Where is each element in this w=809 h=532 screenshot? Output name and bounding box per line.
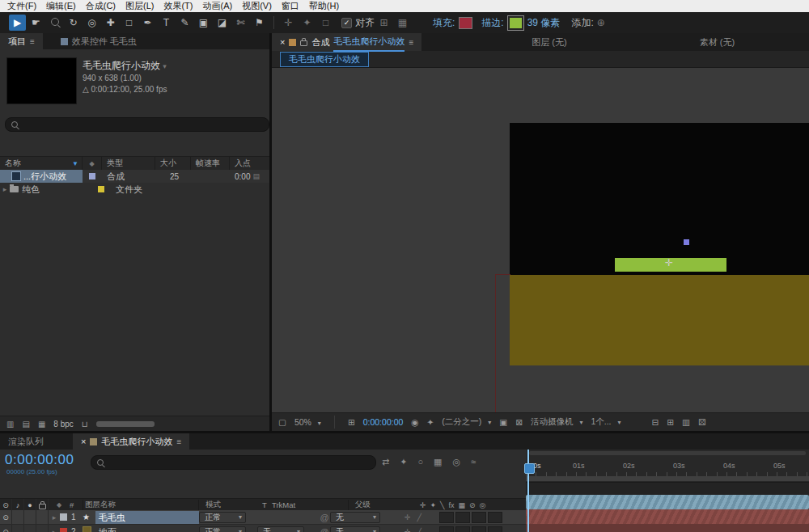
tab-footage[interactable]: 素材 (无) [692, 33, 743, 51]
switch-cell[interactable] [455, 526, 470, 532]
parent-dropdown[interactable]: 无 ▾ [330, 512, 380, 523]
time-navigator-bar[interactable] [529, 451, 806, 455]
switch-cell[interactable] [488, 512, 502, 523]
resolution-dropdown[interactable]: (二分之一) ▾ [442, 416, 491, 428]
tab-timeline-comp[interactable]: × 毛毛虫爬行小动效 ≡ [73, 433, 189, 450]
lock-toggle[interactable] [36, 525, 49, 532]
blend-mode-dropdown[interactable]: 正常 ▾ [199, 526, 246, 532]
layer-switches[interactable] [439, 512, 504, 523]
zoom-tool-icon[interactable] [46, 15, 63, 31]
panel-menu-icon[interactable]: ≡ [30, 37, 35, 46]
mode-column[interactable]: 模式 [198, 500, 257, 510]
camera-dropdown[interactable]: 活动摄像机 ▾ [531, 416, 582, 428]
label-color-cell[interactable] [83, 173, 102, 179]
graph-editor-icon[interactable]: ≈ [471, 457, 476, 467]
shape-options-icon[interactable]: ▦ [394, 15, 411, 31]
add-button-icon[interactable]: ⊕ [597, 17, 605, 28]
parent-pickwhip-icon[interactable]: @ [319, 513, 330, 522]
axis-mode-view-icon[interactable]: □ [317, 15, 334, 31]
project-search-input[interactable] [5, 117, 269, 132]
blend-mode-dropdown[interactable]: 正常 ▾ [199, 512, 246, 523]
move-gizmo-icon[interactable]: ✛ [665, 257, 673, 268]
menu-effect[interactable]: 效果(T) [159, 0, 197, 12]
menu-help[interactable]: 帮助(H) [304, 0, 344, 12]
work-area-bar[interactable] [526, 476, 809, 481]
shy-layers-icon[interactable]: ○ [417, 457, 423, 467]
anchor-point-handle[interactable] [684, 239, 689, 245]
roto-brush-tool-icon[interactable]: ✄ [232, 15, 249, 31]
expander-icon[interactable]: ▸ [49, 528, 60, 532]
parent-dropdown[interactable]: 无 ▾ [330, 526, 380, 532]
new-folder-icon[interactable]: ▤ [22, 420, 29, 429]
quality-switch-icon[interactable]: ✛ [404, 528, 411, 532]
lock-toggle[interactable] [36, 510, 49, 524]
column-in[interactable]: 入点 [230, 157, 269, 170]
project-row-name-cell[interactable]: ...行小动效 [0, 170, 83, 183]
pen-tool-icon[interactable]: ✒ [139, 15, 156, 31]
stroke-width-value[interactable]: 39 像素 [527, 16, 561, 30]
project-comp-name[interactable]: 毛毛虫爬行小动效 ▾ [83, 59, 167, 73]
tab-composition-name[interactable]: 毛毛虫爬行小动效 [333, 33, 404, 52]
trash-icon[interactable]: ⊔ [82, 420, 88, 429]
comp-timecode[interactable]: 0:00:00:00 [363, 417, 404, 427]
stroke-swatch[interactable] [508, 16, 523, 30]
column-name[interactable]: 名称 ▼ [0, 157, 83, 170]
motion-blur-icon[interactable]: ◎ [453, 457, 461, 467]
monitor-icon[interactable]: ▢ [278, 417, 286, 427]
tab-effect-controls[interactable]: 效果控件 毛毛虫 [53, 33, 145, 49]
parent-column[interactable]: 父级 [348, 500, 404, 510]
column-label-tag[interactable]: ◆ [83, 157, 102, 170]
menu-composition[interactable]: 合成(C) [81, 0, 121, 12]
fill-swatch[interactable] [459, 17, 472, 29]
column-rate[interactable]: 帧速率 [191, 157, 230, 170]
menu-view[interactable]: 视图(V) [237, 0, 277, 12]
switch-cell[interactable] [455, 512, 470, 523]
expander-icon[interactable]: ▸ [49, 513, 60, 521]
quality-slash-icon[interactable]: ╱ [417, 513, 421, 521]
audio-toggle[interactable] [12, 510, 24, 524]
current-time-indicator-line[interactable] [527, 450, 529, 532]
snapshot-icon[interactable]: ◉ [411, 417, 418, 427]
fast-previews-icon[interactable]: ⊞ [667, 417, 674, 427]
eye-icon[interactable]: ⊙ [0, 510, 12, 524]
lock-icon[interactable] [300, 40, 307, 46]
label-color-cell[interactable] [60, 513, 71, 522]
expander-icon[interactable]: ▸ [0, 185, 10, 193]
clone-stamp-tool-icon[interactable]: ▣ [195, 15, 212, 31]
layer-row-1[interactable]: ⊙ ▸ 1 ★ 毛毛虫 正常 ▾ @ 无 ▾ ✛ [0, 510, 526, 525]
trkmat-dropdown[interactable]: 无 ▾ [257, 526, 304, 532]
pan-behind-tool-icon[interactable]: ✚ [102, 15, 119, 31]
time-ruler[interactable]: 0s 01s 02s 03s 04s 05s [526, 450, 809, 483]
transparency-grid-icon[interactable]: ⊠ [515, 417, 523, 427]
menu-window[interactable]: 窗口 [277, 0, 304, 12]
panel-menu-icon[interactable]: ≡ [176, 437, 181, 446]
close-icon[interactable]: × [81, 437, 86, 446]
new-composition-icon[interactable]: ▦ [38, 420, 45, 429]
type-tool-icon[interactable]: T [158, 15, 175, 31]
tab-composition[interactable]: × 合成 毛毛虫爬行小动效 ≡ [272, 33, 421, 51]
switch-cell[interactable] [488, 526, 502, 532]
eye-icon[interactable]: ⊙ [0, 525, 12, 532]
comp-mini-flowchart-icon[interactable]: ⇄ [382, 457, 389, 467]
audio-toggle[interactable] [12, 525, 24, 532]
layer-switches[interactable] [439, 526, 504, 532]
switch-cell[interactable] [472, 526, 486, 532]
switch-cell[interactable] [439, 512, 454, 523]
grid-guides-icon[interactable]: ⊞ [348, 417, 355, 427]
switch-cell[interactable] [439, 526, 454, 532]
horizontal-scrollbar[interactable] [96, 421, 155, 427]
label-color-cell[interactable] [60, 527, 71, 532]
timeline-search-input[interactable] [91, 455, 376, 470]
camera-tool-icon[interactable]: ◎ [83, 15, 100, 31]
trkmat-column[interactable]: TrkMat [272, 500, 319, 509]
layer-name[interactable]: 毛毛虫 [95, 511, 199, 524]
menu-layer[interactable]: 图层(L) [121, 0, 159, 12]
shape-tool-icon[interactable]: □ [121, 15, 138, 31]
hand-tool-icon[interactable]: ☛ [28, 15, 44, 31]
menu-animation[interactable]: 动画(A) [198, 0, 238, 12]
column-type[interactable]: 类型 [102, 157, 155, 170]
mask-options-icon[interactable]: ⊞ [375, 15, 392, 31]
layer-name-column[interactable]: 图层名称 [83, 500, 198, 510]
selection-tool-icon[interactable]: ▶ [9, 15, 26, 31]
view-layout-dropdown[interactable]: 1个... ▾ [591, 416, 621, 428]
